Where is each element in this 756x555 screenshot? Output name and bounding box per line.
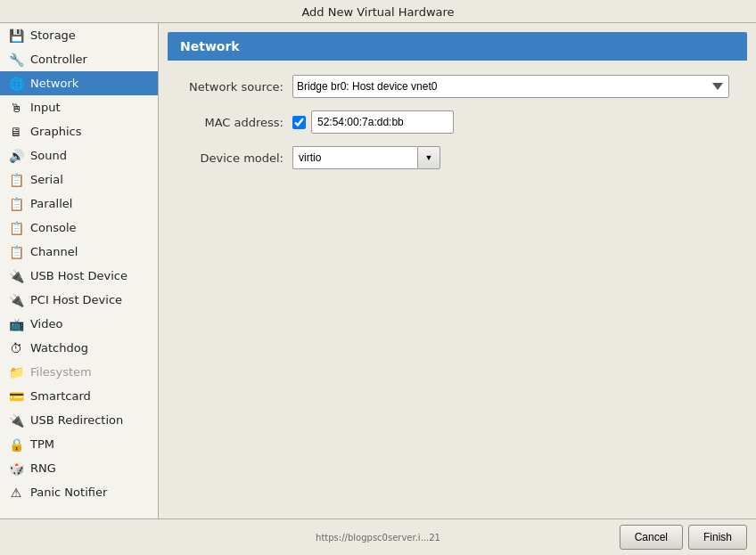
storage-icon: 💾 — [7, 27, 25, 45]
graphics-icon: 🖥 — [7, 123, 25, 141]
sidebar-item-label-storage: Storage — [30, 29, 76, 42]
sidebar-item-parallel[interactable]: 📋Parallel — [0, 192, 158, 216]
form-area: Network source: Bridge br0: Host device … — [159, 61, 756, 196]
device-model-control: ▼ — [292, 146, 738, 169]
sidebar-item-label-tpm: TPM — [30, 437, 54, 451]
device-model-container: ▼ — [292, 146, 440, 169]
device-model-dropdown-btn[interactable]: ▼ — [417, 146, 440, 169]
mac-address-label: MAC address: — [177, 116, 292, 129]
sidebar-item-video[interactable]: 📺Video — [0, 312, 158, 336]
pci-host-icon: 🔌 — [7, 291, 25, 309]
sidebar-item-label-smartcard: Smartcard — [30, 389, 91, 403]
sidebar-item-network[interactable]: 🌐Network — [0, 71, 158, 95]
section-header: Network — [168, 32, 747, 61]
sidebar-item-rng[interactable]: 🎲RNG — [0, 456, 158, 480]
network-source-select[interactable]: Bridge br0: Host device vnet0 — [292, 75, 729, 98]
sidebar-item-label-usb-redir: USB Redirection — [30, 413, 123, 427]
sidebar-item-watchdog[interactable]: ⏱Watchdog — [0, 336, 158, 360]
controller-icon: 🔧 — [7, 51, 25, 69]
network-icon: 🌐 — [7, 75, 25, 93]
rng-icon: 🎲 — [7, 460, 25, 477]
channel-icon: 📋 — [7, 243, 25, 261]
sidebar-item-input[interactable]: 🖱Input — [0, 95, 158, 119]
sidebar-item-graphics[interactable]: 🖥Graphics — [0, 119, 158, 143]
network-source-label: Network source: — [177, 80, 292, 94]
device-model-label: Device model: — [177, 151, 292, 165]
sidebar-item-label-channel: Channel — [30, 245, 78, 258]
sidebar-item-label-panic: Panic Notifier — [30, 486, 107, 499]
main-content: Network Network source: Bridge br0: Host… — [159, 23, 756, 518]
sidebar-item-label-watchdog: Watchdog — [30, 341, 88, 355]
tpm-icon: 🔒 — [7, 436, 25, 453]
sidebar-item-label-serial: Serial — [30, 173, 63, 186]
sidebar-item-usb-redir[interactable]: 🔌USB Redirection — [0, 408, 158, 432]
watchdog-icon: ⏱ — [7, 339, 25, 357]
dialog-body: 💾Storage🔧Controller🌐Network🖱Input🖥Graphi… — [0, 23, 756, 518]
mac-address-control — [292, 110, 738, 134]
mac-address-row: MAC address: — [177, 110, 738, 134]
dialog: Add New Virtual Hardware 💾Storage🔧Contro… — [0, 0, 756, 555]
sidebar-item-filesystem: 📁Filesystem — [0, 360, 158, 384]
sound-icon: 🔊 — [7, 147, 25, 165]
filesystem-icon: 📁 — [7, 363, 25, 381]
panic-icon: ⚠ — [7, 484, 25, 502]
mac-address-input[interactable] — [311, 110, 454, 134]
console-icon: 📋 — [7, 219, 25, 237]
dialog-footer: https://blogpsc0server.i...21 Cancel Fin… — [0, 518, 756, 555]
usb-redir-icon: 🔌 — [7, 412, 25, 429]
dialog-title: Add New Virtual Hardware — [0, 0, 756, 23]
network-source-row: Network source: Bridge br0: Host device … — [177, 75, 738, 98]
mac-address-checkbox[interactable] — [292, 116, 306, 129]
sidebar-item-storage[interactable]: 💾Storage — [0, 23, 158, 47]
sidebar-item-sound[interactable]: 🔊Sound — [0, 143, 158, 167]
parallel-icon: 📋 — [7, 195, 25, 213]
smartcard-icon: 💳 — [7, 388, 25, 405]
video-icon: 📺 — [7, 315, 25, 333]
finish-button[interactable]: Finish — [688, 525, 747, 550]
sidebar-item-label-input: Input — [30, 101, 61, 114]
sidebar-item-label-filesystem: Filesystem — [30, 365, 92, 379]
sidebar-item-tpm[interactable]: 🔒TPM — [0, 432, 158, 456]
sidebar-item-label-graphics: Graphics — [30, 125, 81, 138]
device-model-input[interactable] — [292, 146, 417, 169]
sidebar-item-controller[interactable]: 🔧Controller — [0, 47, 158, 71]
sidebar-item-label-console: Console — [30, 221, 77, 234]
sidebar-item-label-pci-host: PCI Host Device — [30, 293, 122, 306]
sidebar-item-label-parallel: Parallel — [30, 197, 72, 210]
sidebar-item-pci-host[interactable]: 🔌PCI Host Device — [0, 288, 158, 312]
sidebar-item-label-usb-host: USB Host Device — [30, 269, 127, 282]
sidebar: 💾Storage🔧Controller🌐Network🖱Input🖥Graphi… — [0, 23, 159, 518]
sidebar-item-usb-host[interactable]: 🔌USB Host Device — [0, 264, 158, 288]
sidebar-item-channel[interactable]: 📋Channel — [0, 240, 158, 264]
serial-icon: 📋 — [7, 171, 25, 189]
sidebar-item-console[interactable]: 📋Console — [0, 216, 158, 240]
sidebar-item-label-rng: RNG — [30, 461, 56, 475]
sidebar-item-smartcard[interactable]: 💳Smartcard — [0, 384, 158, 408]
footer-url: https://blogpsc0server.i...21 — [316, 533, 440, 543]
network-source-control: Bridge br0: Host device vnet0 — [292, 75, 738, 98]
device-model-row: Device model: ▼ — [177, 146, 738, 169]
sidebar-item-label-video: Video — [30, 317, 62, 331]
cancel-button[interactable]: Cancel — [620, 525, 683, 550]
usb-host-icon: 🔌 — [7, 267, 25, 285]
sidebar-item-label-controller: Controller — [30, 53, 87, 66]
input-icon: 🖱 — [7, 99, 25, 117]
sidebar-item-label-sound: Sound — [30, 149, 67, 162]
sidebar-item-serial[interactable]: 📋Serial — [0, 167, 158, 192]
sidebar-item-label-network: Network — [30, 77, 78, 90]
sidebar-item-panic[interactable]: ⚠Panic Notifier — [0, 480, 158, 504]
